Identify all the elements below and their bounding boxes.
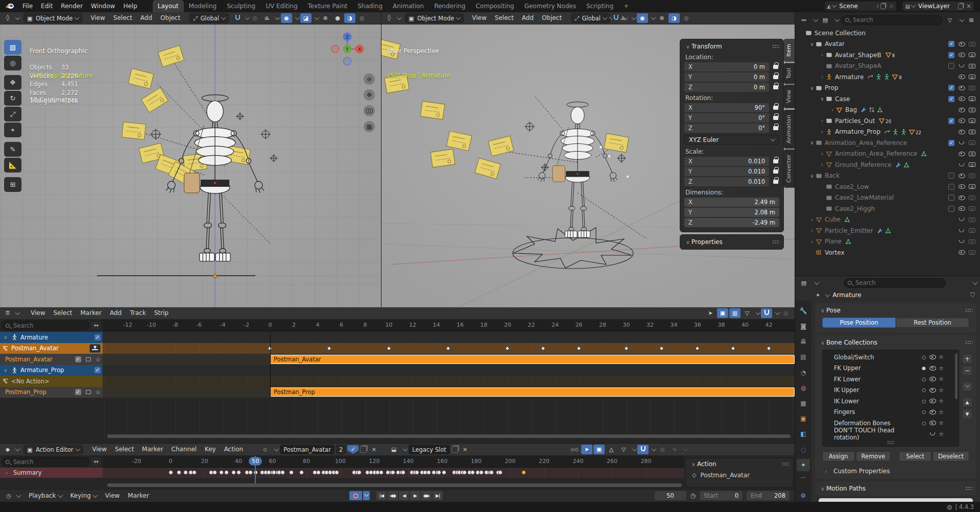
keyframe[interactable]	[415, 470, 419, 475]
add-workspace-button[interactable]: +	[618, 0, 634, 12]
expand-icon[interactable]: ∨	[819, 96, 826, 102]
pan-hand-icon[interactable]: ✥	[364, 89, 375, 101]
outliner-row-avatar[interactable]: ∨Avatar✓	[795, 39, 980, 50]
visibility-toggle[interactable]	[928, 388, 937, 393]
nla-channel[interactable]: <No Action>	[0, 376, 103, 387]
easing-icon[interactable]: ∿	[669, 445, 680, 454]
play-reverse-button[interactable]: ◀	[399, 491, 410, 500]
keyframe[interactable]	[231, 470, 236, 475]
properties-editor-type-icon[interactable]: ▤	[798, 278, 809, 288]
check-toggle[interactable]	[946, 184, 957, 190]
properties-tab-collection[interactable]: ▦	[797, 397, 810, 409]
outliner-row-prop[interactable]: ∨Prop✓	[795, 83, 980, 94]
action-icon[interactable]: ⬦	[259, 445, 271, 454]
selectable-dot-icon[interactable]: ○	[920, 399, 928, 404]
scene-name[interactable]: Scene	[839, 3, 875, 10]
nla-keyframe[interactable]	[695, 346, 700, 351]
filter-icon[interactable]: ▽	[944, 15, 955, 25]
nla-track-timeline[interactable]: Postman_Prop	[103, 387, 795, 398]
workspace-tab-layout[interactable]: Layout	[153, 0, 184, 12]
move-up-button[interactable]: ▲	[962, 397, 972, 407]
keyframe[interactable]	[489, 470, 494, 475]
tool-add-primitive[interactable]: ⊞	[4, 177, 21, 192]
nla-channel[interactable]: ∨Armature_Prop✓	[0, 365, 103, 376]
nla-keyframe[interactable]	[540, 346, 545, 351]
keyframe[interactable]	[357, 470, 362, 475]
mode-selector[interactable]: ▣ Object Mode	[23, 13, 82, 23]
outliner-row-animation-area-reference[interactable]: ∨Animation_Area_Reference✓	[795, 137, 980, 149]
editor-type-icon[interactable]: 🮮	[2, 13, 13, 23]
topbar-menu-render[interactable]: Render	[57, 1, 87, 12]
outliner-row-particle-emitter[interactable]: ›Particle_Emitter	[795, 225, 980, 236]
toggle-perspective-icon[interactable]: ▦	[364, 121, 375, 132]
selectable-dot-icon[interactable]: ●	[920, 365, 928, 371]
bone-collections-panel-header[interactable]: ∨Bone Collections	[815, 337, 976, 348]
only-selected-icon[interactable]: ➤	[705, 308, 716, 318]
pose-option-pose-position[interactable]: Pose Position	[822, 318, 896, 328]
proportional-icon[interactable]: ◎	[780, 308, 792, 318]
keyframe[interactable]	[248, 470, 253, 475]
visibility-toggle[interactable]	[928, 399, 937, 403]
cam-toggle[interactable]	[967, 42, 977, 46]
tool-annotate[interactable]: ✎	[4, 142, 21, 157]
shading-wireframe-icon[interactable]: ⊕	[320, 13, 331, 23]
pose-panel-header[interactable]: ∨Pose	[815, 305, 976, 315]
workspace-tab-sculpting[interactable]: Sculpting	[222, 0, 260, 12]
cam-toggle[interactable]	[967, 217, 977, 222]
only-selected-icon[interactable]: ➤	[581, 445, 592, 454]
proportional-falloff-icon[interactable]: ∿	[605, 13, 616, 23]
transform-value-field[interactable]: Z0°	[684, 124, 769, 133]
check-toggle[interactable]: ✓	[946, 118, 957, 124]
workspace-tab-uv-editing[interactable]: UV Editing	[260, 0, 303, 12]
invert-filter-icon[interactable]: ↔	[90, 457, 102, 467]
solo-star-icon[interactable]: ☆	[95, 388, 101, 396]
dope-menu-key[interactable]: Key	[201, 444, 220, 455]
cam-toggle[interactable]	[967, 96, 977, 101]
eye-toggle[interactable]	[957, 42, 967, 46]
properties-tab-render[interactable]: ◙	[797, 320, 810, 332]
show-overlays-icon[interactable]: ◉	[281, 13, 292, 23]
workspace-tab-scripting[interactable]: Scripting	[581, 0, 618, 12]
eye-toggle[interactable]	[957, 184, 967, 189]
keyframe[interactable]	[437, 470, 441, 475]
eye-toggle[interactable]	[957, 118, 967, 123]
expand-icon[interactable]: ›	[819, 151, 826, 157]
action-panel-header[interactable]: ∨Action	[686, 458, 793, 470]
eye-toggle[interactable]	[957, 206, 967, 211]
properties-search[interactable]	[844, 278, 946, 288]
eye-toggle[interactable]	[957, 250, 967, 255]
eye-toggle[interactable]	[957, 152, 967, 156]
eye-toggle[interactable]	[957, 196, 967, 200]
nla-keyframe[interactable]	[445, 346, 450, 351]
mute-checkbox[interactable]: ✓	[94, 334, 101, 340]
workspace-tab-compositing[interactable]: Compositing	[470, 0, 519, 12]
properties-panel-header[interactable]: ∨Properties	[680, 237, 783, 247]
nla-keyframe[interactable]	[766, 346, 771, 351]
expand-icon[interactable]: ›	[808, 228, 816, 233]
cam-toggle[interactable]	[967, 152, 977, 156]
lock-icon[interactable]	[773, 169, 778, 174]
mute-checkbox[interactable]: ✓	[75, 356, 81, 362]
workspace-tab-geometry-nodes[interactable]: Geometry Nodes	[519, 0, 581, 12]
viewport-right-menu-view[interactable]: View	[468, 12, 490, 24]
workspace-tab-texture-paint[interactable]: Texture Paint	[303, 0, 352, 12]
transform-value-field[interactable]: Y2.08 m	[684, 208, 779, 217]
eye-toggle[interactable]	[957, 96, 967, 101]
shading-wireframe-icon[interactable]: ⊕	[656, 13, 667, 23]
delete-viewlayer-icon[interactable]: ×	[966, 3, 971, 10]
calculate-paths-button-partial[interactable]	[819, 498, 973, 502]
dope-menu-view[interactable]: View	[88, 444, 111, 455]
previous-keyframe-button[interactable]: ◀◆	[388, 491, 398, 500]
realtime-updates-icon[interactable]: ▥	[729, 308, 740, 318]
panel-grip[interactable]	[965, 308, 972, 312]
nla-editor-type-icon[interactable]: 𝄜	[2, 308, 13, 318]
check-toggle[interactable]: ✓	[946, 41, 957, 47]
frame-end-field[interactable]: End208	[747, 491, 790, 500]
select-button[interactable]: Select	[899, 451, 931, 461]
lock-icon[interactable]	[773, 126, 778, 130]
check-toggle[interactable]: ✓	[946, 140, 957, 146]
transform-panel-header[interactable]: ∨Transform	[680, 41, 783, 52]
check-toggle[interactable]: ✓	[946, 85, 957, 91]
current-frame-field[interactable]: 50	[655, 491, 686, 500]
check-toggle[interactable]	[946, 63, 957, 69]
